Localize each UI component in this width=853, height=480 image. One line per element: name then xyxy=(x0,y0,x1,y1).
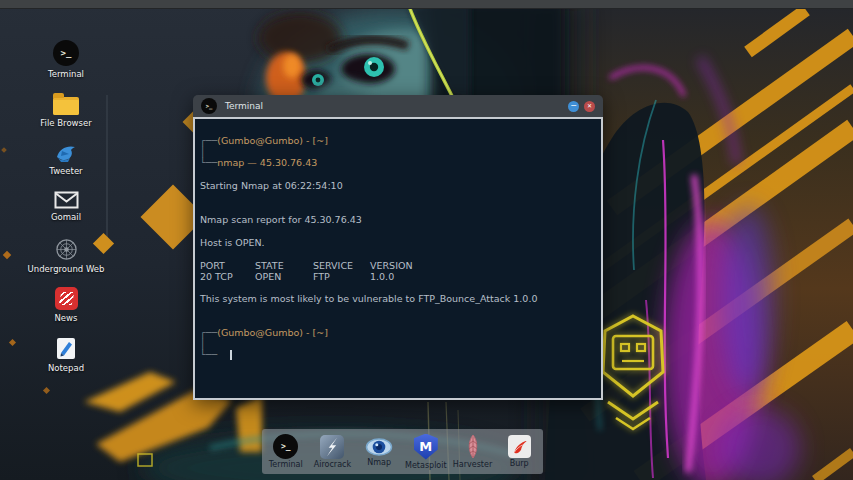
dock-item-label: Terminal xyxy=(269,460,303,469)
dock-item-label: Burp xyxy=(510,459,529,468)
terminal-prompt-glyph: >_ xyxy=(206,103,213,109)
folder-icon xyxy=(53,97,79,115)
envelope-icon xyxy=(54,191,79,209)
dock-item-label: Harvester xyxy=(453,460,492,469)
output-host: Host is OPEN. xyxy=(200,237,595,248)
terminal-icon: >_ xyxy=(273,434,298,459)
desktop-icon-underground-web[interactable]: Underground Web xyxy=(26,238,106,274)
desktop-icon-label: Gomail xyxy=(51,212,81,222)
desktop-icon-label: File Browser xyxy=(40,118,91,128)
cell-port: 20 TCP xyxy=(200,271,255,282)
nmap-eye-icon xyxy=(365,437,393,457)
airocrack-icon xyxy=(320,435,344,459)
bird-icon xyxy=(54,142,78,163)
close-button[interactable]: ✕ xyxy=(584,101,595,112)
prompt-tree: │ xyxy=(200,338,595,349)
scan-table-row: 20 TCPOPENFTP1.0.0 xyxy=(200,271,595,282)
metasploit-shield-icon: M xyxy=(414,434,438,460)
desktop-icon-news[interactable]: News xyxy=(26,287,106,323)
scan-table-header: PORTSTATESERVICEVERSION xyxy=(200,260,595,271)
prompt-tree: └── xyxy=(200,157,217,168)
text-cursor xyxy=(230,350,232,360)
prompt-line: ┌──(Gumbo@Gumbo) - [~] xyxy=(200,135,595,146)
prompt-tree: ┌── xyxy=(200,327,217,338)
news-icon xyxy=(55,287,78,310)
metasploit-m-glyph: M xyxy=(419,439,432,454)
desktop-icon-label: Tweeter xyxy=(49,166,82,176)
dock: >_ Terminal Airocrack Nmap M xyxy=(262,429,543,474)
desktop-icon-label: Underground Web xyxy=(28,264,105,274)
dock-item-label: Metasploit xyxy=(405,461,447,470)
desktop-icon-label: Terminal xyxy=(48,69,84,79)
cell-service: FTP xyxy=(313,271,370,282)
terminal-prompt-glyph: >_ xyxy=(61,48,72,58)
desktop-icon-file-browser[interactable]: File Browser xyxy=(26,91,106,128)
terminal-output-area[interactable]: ┌──(Gumbo@Gumbo) - [~] │ └──nmap — 45.30… xyxy=(193,117,603,400)
desktop-icon-label: News xyxy=(55,313,78,323)
desktop-icon-label: Notepad xyxy=(48,363,84,373)
output-report: Nmap scan report for 45.30.76.43 xyxy=(200,214,595,225)
top-chrome-bar xyxy=(0,0,853,9)
desktop-icon-terminal[interactable]: >_ Terminal xyxy=(26,40,106,79)
minimize-button[interactable]: − xyxy=(568,101,579,112)
output-starting: Starting Nmap at 06:22:54:10 xyxy=(200,180,595,191)
dock-item-label: Airocrack xyxy=(314,460,351,469)
dock-item-metasploit[interactable]: M Metasploit xyxy=(403,434,449,470)
output-vulnerability: This system is most likely to be vulnera… xyxy=(200,293,595,304)
dock-item-harvester[interactable]: Harvester xyxy=(450,434,496,469)
window-title: Terminal xyxy=(225,101,563,111)
terminal-window: >_ Terminal − ✕ ┌──(Gumbo@Gumbo) - [~] │… xyxy=(193,95,603,400)
prompt-tree: │ xyxy=(200,146,595,157)
terminal-icon: >_ xyxy=(53,40,79,66)
desktop-icon-tweeter[interactable]: Tweeter xyxy=(26,142,106,176)
harvester-feather-icon xyxy=(465,434,481,459)
col-port: PORT xyxy=(200,260,255,271)
dock-item-nmap[interactable]: Nmap xyxy=(356,437,402,467)
dock-item-airocrack[interactable]: Airocrack xyxy=(309,435,355,469)
prompt-user: (Gumbo@Gumbo) - [~] xyxy=(217,327,328,338)
prompt-line: ┌──(Gumbo@Gumbo) - [~] xyxy=(200,327,595,338)
cell-state: OPEN xyxy=(255,271,313,282)
command-line: └──nmap — 45.30.76.43 xyxy=(200,157,595,168)
dock-item-label: Nmap xyxy=(367,458,391,467)
notepad-icon xyxy=(56,337,76,360)
input-line: └── xyxy=(200,349,595,360)
cell-version: 1.0.0 xyxy=(370,271,394,282)
desktop-icon-notepad[interactable]: Notepad xyxy=(26,337,106,373)
dock-item-terminal[interactable]: >_ Terminal xyxy=(263,434,309,469)
terminal-icon: >_ xyxy=(201,98,217,114)
terminal-titlebar[interactable]: >_ Terminal − ✕ xyxy=(193,95,603,117)
desktop: >_ Terminal File Browser Tweeter Gomail … xyxy=(0,0,853,480)
prompt-user: (Gumbo@Gumbo) - [~] xyxy=(217,135,328,146)
col-version: VERSION xyxy=(370,260,413,271)
terminal-prompt-glyph: >_ xyxy=(281,442,291,451)
burp-icon xyxy=(508,435,531,458)
col-state: STATE xyxy=(255,260,313,271)
web-icon xyxy=(55,238,78,261)
prompt-tree: ┌── xyxy=(200,135,217,146)
dock-item-burp[interactable]: Burp xyxy=(496,435,542,468)
desktop-icon-gomail[interactable]: Gomail xyxy=(26,191,106,222)
prompt-tree: └── xyxy=(200,349,217,360)
col-service: SERVICE xyxy=(313,260,370,271)
command-text: nmap — 45.30.76.43 xyxy=(217,157,317,168)
